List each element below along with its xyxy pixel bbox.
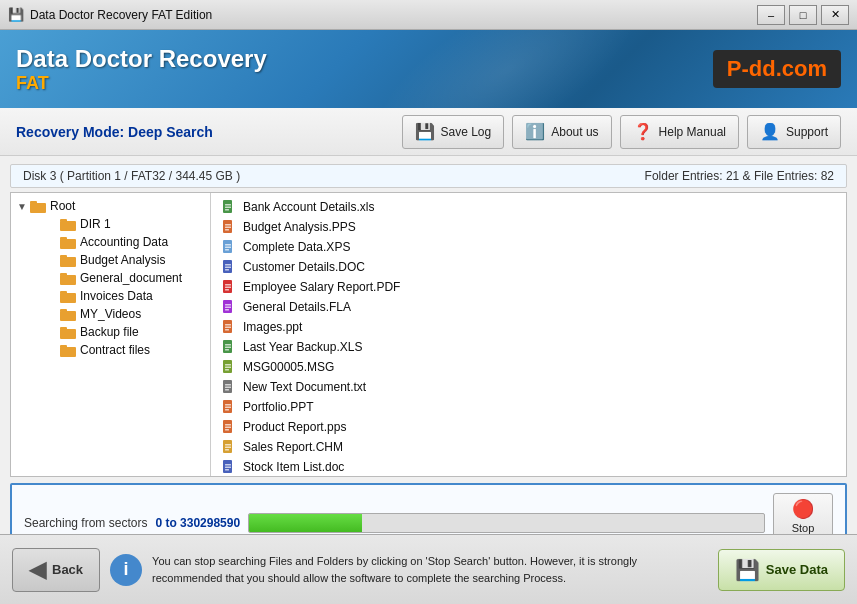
recovery-mode: Recovery Mode: Deep Search xyxy=(16,124,394,140)
svg-rect-17 xyxy=(60,345,67,348)
file-panel[interactable]: Bank Account Details.xls Budget Analysis… xyxy=(211,193,846,476)
file-name: MSG00005.MSG xyxy=(243,360,334,374)
folder-icon xyxy=(59,343,77,357)
svg-rect-11 xyxy=(60,291,67,294)
svg-rect-71 xyxy=(225,407,231,409)
svg-rect-41 xyxy=(225,287,231,289)
file-item[interactable]: Product Report.pps xyxy=(211,417,846,437)
svg-rect-61 xyxy=(225,367,231,369)
folder-icon xyxy=(59,235,77,249)
app-title: Data Doctor Recovery FAT Edition xyxy=(30,8,757,22)
minimize-button[interactable]: – xyxy=(757,5,785,25)
brand-line1: Data Doctor Recovery xyxy=(16,45,267,73)
tree-item[interactable]: DIR 1 xyxy=(27,215,210,233)
svg-marker-74 xyxy=(232,420,235,423)
file-name: Budget Analysis.PPS xyxy=(243,220,356,234)
svg-rect-42 xyxy=(225,289,229,291)
svg-rect-62 xyxy=(225,369,229,371)
svg-rect-57 xyxy=(225,349,229,351)
svg-rect-3 xyxy=(60,219,67,222)
save-log-button[interactable]: 💾 Save Log xyxy=(402,115,505,149)
tree-item-label: MY_Videos xyxy=(80,307,141,321)
svg-rect-0 xyxy=(30,203,46,213)
tree-children: DIR 1 Accounting Data Budget Analysis Ge… xyxy=(11,215,210,359)
file-name: Employee Salary Report.PDF xyxy=(243,280,400,294)
svg-marker-24 xyxy=(232,220,235,223)
maximize-button[interactable]: □ xyxy=(789,5,817,25)
back-button[interactable]: ◀ Back xyxy=(12,548,100,592)
svg-rect-76 xyxy=(225,427,231,429)
tree-item[interactable]: Accounting Data xyxy=(27,233,210,251)
support-icon: 👤 xyxy=(760,122,780,141)
svg-rect-26 xyxy=(225,227,231,229)
file-item[interactable]: Customer Details.DOC xyxy=(211,257,846,277)
file-item[interactable]: MSG00005.MSG xyxy=(211,357,846,377)
file-name: Last Year Backup.XLS xyxy=(243,340,362,354)
tree-item[interactable]: Contract files xyxy=(27,341,210,359)
root-label: Root xyxy=(50,199,75,213)
svg-rect-40 xyxy=(225,284,231,286)
help-manual-button[interactable]: ❓ Help Manual xyxy=(620,115,739,149)
file-item[interactable]: General Details.FLA xyxy=(211,297,846,317)
file-item[interactable]: Portfolio.PPT xyxy=(211,397,846,417)
file-item[interactable]: Images.ppt xyxy=(211,317,846,337)
file-name: Stock Item List.doc xyxy=(243,460,344,474)
file-type-icon xyxy=(219,359,239,375)
tree-item-label: Accounting Data xyxy=(80,235,168,249)
support-button[interactable]: 👤 Support xyxy=(747,115,841,149)
tree-item-label: Contract files xyxy=(80,343,150,357)
svg-marker-59 xyxy=(232,360,235,363)
file-type-icon xyxy=(219,399,239,415)
tree-item-label: General_document xyxy=(80,271,182,285)
file-item[interactable]: New Text Document.txt xyxy=(211,377,846,397)
svg-rect-4 xyxy=(60,239,76,249)
svg-rect-87 xyxy=(225,469,229,471)
svg-rect-25 xyxy=(225,224,231,226)
svg-marker-49 xyxy=(232,320,235,323)
file-item[interactable]: Bank Account Details.xls xyxy=(211,197,846,217)
save-data-button[interactable]: 💾 Save Data xyxy=(718,549,845,591)
about-us-button[interactable]: ℹ️ About us xyxy=(512,115,611,149)
tree-item[interactable]: General_document xyxy=(27,269,210,287)
tree-root[interactable]: ▼ Root xyxy=(11,197,210,215)
tree-item[interactable]: Budget Analysis xyxy=(27,251,210,269)
file-item[interactable]: Complete Data.XPS xyxy=(211,237,846,257)
svg-rect-60 xyxy=(225,364,231,366)
file-name: New Text Document.txt xyxy=(243,380,366,394)
tree-item[interactable]: Invoices Data xyxy=(27,287,210,305)
file-type-icon xyxy=(219,199,239,215)
file-type-icon xyxy=(219,259,239,275)
svg-rect-35 xyxy=(225,264,231,266)
close-button[interactable]: ✕ xyxy=(821,5,849,25)
folder-icon xyxy=(59,217,77,231)
file-item[interactable]: Last Year Backup.XLS xyxy=(211,337,846,357)
svg-rect-8 xyxy=(60,275,76,285)
svg-rect-30 xyxy=(225,244,231,246)
svg-rect-22 xyxy=(225,209,229,211)
svg-rect-70 xyxy=(225,404,231,406)
search-range: 0 to 330298590 xyxy=(155,516,240,530)
file-list: Bank Account Details.xls Budget Analysis… xyxy=(211,197,846,476)
file-type-icon xyxy=(219,459,239,475)
svg-rect-20 xyxy=(225,204,231,206)
file-type-icon xyxy=(219,419,239,435)
main-content: ▼ Root DIR 1 Accounting Data Budget Anal… xyxy=(10,192,847,477)
file-item[interactable]: Employee Salary Report.PDF xyxy=(211,277,846,297)
svg-rect-10 xyxy=(60,293,76,303)
svg-rect-45 xyxy=(225,304,231,306)
svg-rect-21 xyxy=(225,207,231,209)
file-item[interactable]: Sales Report.CHM xyxy=(211,437,846,457)
folder-icon xyxy=(59,325,77,339)
svg-marker-54 xyxy=(232,340,235,343)
svg-rect-51 xyxy=(225,327,231,329)
file-item[interactable]: Budget Analysis.PPS xyxy=(211,217,846,237)
tree-item[interactable]: MY_Videos xyxy=(27,305,210,323)
svg-rect-86 xyxy=(225,467,231,469)
svg-rect-13 xyxy=(60,309,67,312)
tree-panel[interactable]: ▼ Root DIR 1 Accounting Data Budget Anal… xyxy=(11,193,211,476)
folder-icon xyxy=(59,271,77,285)
file-name: Customer Details.DOC xyxy=(243,260,365,274)
svg-rect-1 xyxy=(30,201,37,204)
file-item[interactable]: Stock Item List.doc xyxy=(211,457,846,476)
tree-item[interactable]: Backup file xyxy=(27,323,210,341)
